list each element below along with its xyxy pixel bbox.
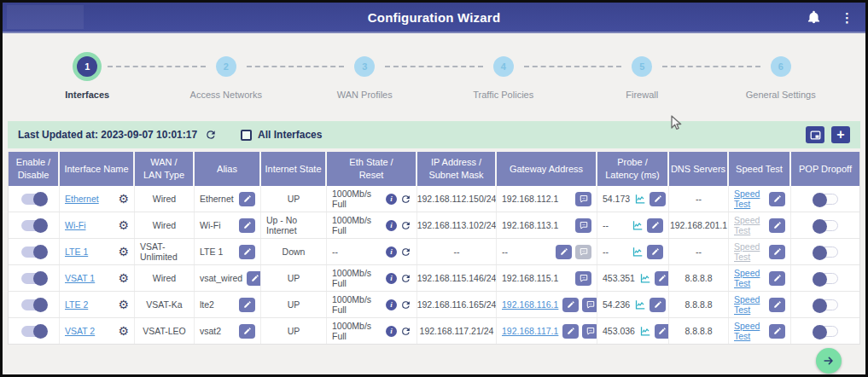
alias-edit-pencil-icon[interactable] bbox=[239, 192, 255, 206]
reset-icon[interactable] bbox=[400, 220, 411, 231]
pop-dropoff-toggle[interactable] bbox=[813, 246, 838, 258]
interface-name-link[interactable]: Wi-Fi bbox=[65, 220, 86, 230]
probe-edit-pencil-icon[interactable] bbox=[647, 218, 663, 233]
pop-dropoff-toggle[interactable] bbox=[813, 220, 838, 231]
enable-toggle[interactable] bbox=[21, 246, 47, 258]
interface-name-link[interactable]: Ethernet bbox=[65, 194, 99, 204]
info-icon[interactable]: i bbox=[386, 326, 397, 337]
kebab-menu-icon[interactable]: ⋮ bbox=[841, 11, 853, 24]
gear-icon[interactable]: ⚙ bbox=[118, 219, 129, 231]
toggle-knob bbox=[813, 193, 827, 207]
refresh-icon[interactable] bbox=[205, 129, 217, 141]
wan-lan-type-cell: VSAT-LEO bbox=[135, 318, 195, 344]
reset-icon[interactable] bbox=[400, 299, 411, 310]
gear-icon[interactable]: ⚙ bbox=[118, 272, 129, 284]
speed-test-edit-pencil-icon[interactable] bbox=[769, 192, 785, 206]
speed-test-link[interactable]: Speed Test bbox=[734, 188, 765, 209]
enable-toggle[interactable] bbox=[21, 273, 47, 284]
step-number-badge[interactable]: 5 bbox=[632, 56, 652, 77]
pop-dropoff-toggle[interactable] bbox=[813, 194, 838, 205]
latency-chart-icon[interactable] bbox=[639, 326, 651, 337]
gear-icon[interactable]: ⚙ bbox=[118, 193, 129, 205]
pop-dropoff-toggle[interactable] bbox=[813, 273, 838, 284]
enable-toggle[interactable] bbox=[21, 220, 47, 231]
step-number-badge[interactable]: 2 bbox=[216, 56, 236, 77]
alias-edit-pencil-icon[interactable] bbox=[239, 298, 255, 312]
next-step-button[interactable] bbox=[816, 348, 842, 374]
probe-edit-pencil-icon[interactable] bbox=[655, 324, 669, 339]
column-header: Gateway Address bbox=[497, 152, 597, 186]
info-icon[interactable]: i bbox=[386, 246, 397, 258]
enable-toggle[interactable] bbox=[21, 194, 47, 205]
gateway-edit-pencil-icon[interactable] bbox=[562, 298, 579, 312]
gateway-ping-icon[interactable] bbox=[582, 324, 597, 339]
gateway-ping-icon[interactable] bbox=[575, 218, 591, 233]
gateway-ping-icon[interactable] bbox=[582, 298, 597, 312]
latency-chart-icon[interactable] bbox=[634, 194, 646, 205]
gateway-ping-icon[interactable] bbox=[575, 271, 591, 286]
all-interfaces-checkbox-group[interactable]: All Interfaces bbox=[241, 129, 322, 141]
card-view-icon[interactable] bbox=[806, 126, 824, 143]
notification-bell-icon[interactable] bbox=[807, 10, 820, 24]
alias-edit-pencil-icon[interactable] bbox=[239, 218, 255, 233]
alias-edit-pencil-icon[interactable] bbox=[239, 324, 255, 339]
probe-edit-pencil-icon[interactable] bbox=[655, 271, 669, 286]
speed-test-link[interactable]: Speed Test bbox=[734, 268, 765, 288]
speed-test-edit-pencil-icon[interactable] bbox=[769, 324, 785, 339]
reset-icon[interactable] bbox=[400, 194, 411, 205]
gateway-ping-icon[interactable] bbox=[575, 245, 591, 259]
stepper-step[interactable]: 2 Access Networks bbox=[157, 56, 296, 100]
speed-test-link[interactable]: Speed Test bbox=[734, 241, 765, 262]
alias-edit-pencil-icon[interactable] bbox=[247, 271, 261, 286]
gear-icon[interactable]: ⚙ bbox=[118, 246, 129, 258]
latency-chart-icon[interactable] bbox=[639, 273, 651, 284]
interface-name-link[interactable]: VSAT 2 bbox=[65, 326, 95, 336]
stepper-step[interactable]: 5 Firewall bbox=[573, 56, 712, 100]
interface-name-link[interactable]: VSAT 1 bbox=[65, 273, 95, 283]
interface-name-link[interactable]: LTE 2 bbox=[65, 299, 88, 310]
interface-name-link[interactable]: LTE 1 bbox=[65, 246, 88, 257]
latency-chart-icon[interactable] bbox=[634, 299, 646, 310]
latency-chart-icon[interactable] bbox=[632, 246, 644, 258]
probe-edit-pencil-icon[interactable] bbox=[650, 298, 666, 312]
all-interfaces-checkbox[interactable] bbox=[241, 130, 252, 141]
speed-test-edit-pencil-icon[interactable] bbox=[769, 218, 785, 233]
speed-test-edit-pencil-icon[interactable] bbox=[769, 245, 785, 259]
gear-icon[interactable]: ⚙ bbox=[118, 299, 129, 310]
gateway-edit-pencil-icon[interactable] bbox=[562, 324, 579, 339]
speed-test-link[interactable]: Speed Test bbox=[734, 215, 765, 235]
speed-test-edit-pencil-icon[interactable] bbox=[769, 271, 785, 286]
info-icon[interactable]: i bbox=[386, 299, 397, 310]
stepper-step[interactable]: 1 Interfaces bbox=[18, 56, 157, 100]
info-icon[interactable]: i bbox=[386, 273, 397, 284]
speed-test-link[interactable]: Speed Test bbox=[734, 294, 765, 315]
enable-toggle[interactable] bbox=[21, 326, 47, 337]
stepper-step[interactable]: 4 Traffic Policies bbox=[434, 56, 574, 100]
all-interfaces-label: All Interfaces bbox=[258, 129, 322, 141]
enable-toggle[interactable] bbox=[21, 299, 47, 310]
stepper-step[interactable]: 6 General Settings bbox=[712, 56, 851, 100]
gateway-ping-icon[interactable] bbox=[575, 192, 591, 206]
column-header: DNS Servers bbox=[669, 152, 729, 186]
step-number-badge[interactable]: 4 bbox=[493, 56, 514, 77]
step-number-badge[interactable]: 1 bbox=[77, 56, 97, 77]
reset-icon[interactable] bbox=[400, 273, 411, 284]
add-interface-button[interactable]: + bbox=[831, 126, 850, 143]
alias-edit-pencil-icon[interactable] bbox=[239, 245, 255, 259]
pop-dropoff-toggle[interactable] bbox=[813, 299, 838, 310]
stepper-step[interactable]: 3 WAN Profiles bbox=[295, 56, 434, 100]
info-icon[interactable]: i bbox=[386, 220, 397, 231]
probe-edit-pencil-icon[interactable] bbox=[647, 245, 663, 259]
reset-icon[interactable] bbox=[400, 246, 411, 258]
step-number-badge[interactable]: 3 bbox=[354, 56, 375, 77]
gear-icon[interactable]: ⚙ bbox=[118, 325, 129, 337]
latency-chart-icon[interactable] bbox=[632, 220, 644, 231]
speed-test-edit-pencil-icon[interactable] bbox=[769, 298, 785, 312]
probe-edit-pencil-icon[interactable] bbox=[650, 192, 666, 206]
step-number-badge[interactable]: 6 bbox=[771, 56, 791, 77]
info-icon[interactable]: i bbox=[386, 194, 397, 205]
reset-icon[interactable] bbox=[400, 326, 411, 337]
pop-dropoff-toggle[interactable] bbox=[813, 326, 838, 337]
speed-test-link[interactable]: Speed Test bbox=[734, 321, 765, 341]
gateway-edit-pencil-icon[interactable] bbox=[556, 245, 572, 259]
